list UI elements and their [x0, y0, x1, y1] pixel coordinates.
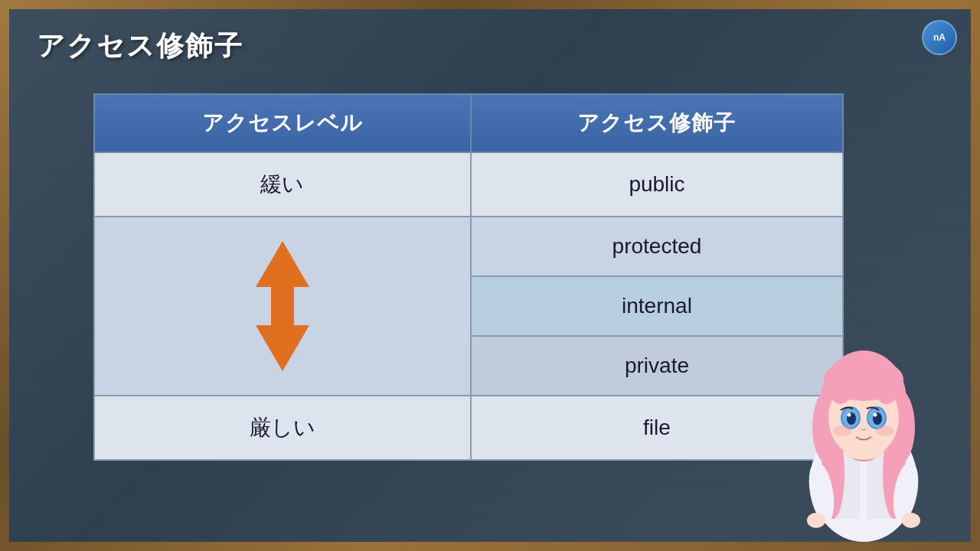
table-row-protected: protected: [94, 217, 843, 276]
svg-point-18: [828, 370, 853, 404]
modifier-public: public: [471, 152, 843, 217]
svg-point-34: [902, 513, 920, 528]
character-illustration: [779, 297, 948, 542]
svg-point-27: [848, 413, 851, 417]
table-row-public: 緩い public: [94, 152, 843, 217]
svg-point-19: [874, 370, 899, 404]
svg-marker-1: [256, 306, 309, 371]
header-access-modifier: アクセス修飾子: [471, 94, 843, 152]
arrow-cell: [94, 217, 471, 396]
level-strict: 厳しい: [94, 396, 471, 460]
chalkboard-background: アクセス修飾子 nA アクセスレベル アクセス修飾子 緩い public: [0, 0, 980, 551]
table-row-file: 厳しい file: [94, 396, 843, 460]
logo-icon: nA: [922, 20, 957, 55]
svg-point-29: [833, 425, 851, 436]
character-svg: [779, 297, 948, 542]
svg-point-30: [876, 425, 894, 436]
svg-point-33: [807, 513, 825, 528]
page-title: アクセス修飾子: [37, 28, 243, 65]
bidirectional-arrow-icon: [244, 241, 321, 371]
svg-point-20: [853, 370, 874, 401]
access-modifier-table: アクセスレベル アクセス修飾子 緩い public: [93, 93, 844, 461]
table-header-row: アクセスレベル アクセス修飾子: [94, 94, 843, 152]
svg-point-28: [874, 413, 877, 417]
modifier-protected: protected: [471, 217, 843, 276]
access-modifier-table-container: アクセスレベル アクセス修飾子 緩い public: [93, 93, 844, 461]
header-access-level: アクセスレベル: [94, 94, 471, 152]
level-loose: 緩い: [94, 152, 471, 217]
svg-marker-0: [256, 241, 309, 306]
